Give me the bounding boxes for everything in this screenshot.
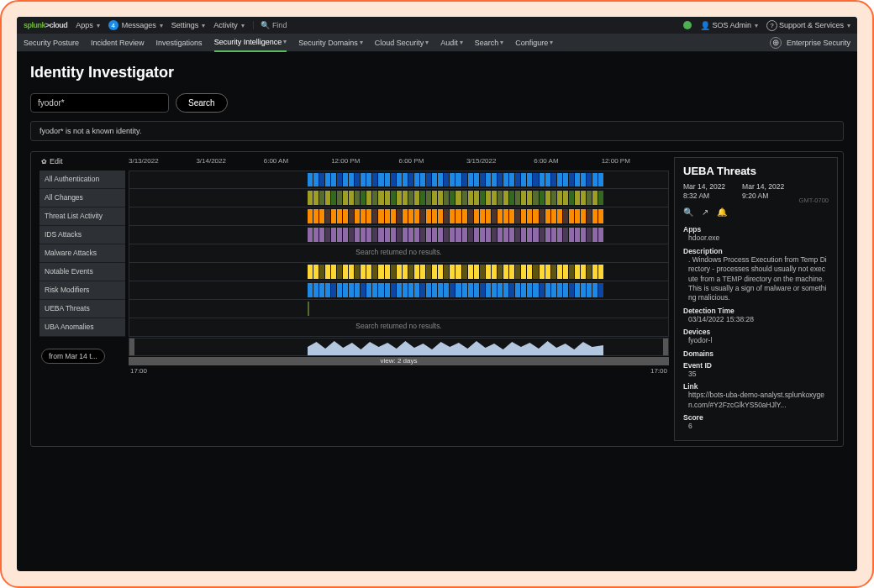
- field-label: Event ID: [683, 361, 829, 370]
- detail-panel: UEBA Threats Mar 14, 20228:32 AM Mar 14,…: [674, 157, 838, 441]
- overview-chart[interactable]: view: 2 days 17:0017:00: [129, 338, 669, 371]
- detail-search-icon[interactable]: 🔍: [683, 207, 693, 217]
- overview-handle-left[interactable]: [129, 339, 134, 355]
- nav-incident-review[interactable]: Incident Review: [91, 39, 145, 47]
- detail-bell-icon[interactable]: 🔔: [717, 207, 727, 217]
- logo: splunk>cloud: [24, 21, 67, 29]
- lane-row[interactable]: [129, 281, 669, 300]
- swimlane-area: Edit 3/13/20223/14/20226:00 AM12:00 PM6:…: [36, 157, 669, 441]
- apps-menu[interactable]: Apps: [76, 21, 100, 29]
- nav-investigations[interactable]: Investigations: [156, 39, 203, 47]
- user-menu[interactable]: SOS Admin: [700, 21, 758, 30]
- field-label: Score: [683, 413, 829, 422]
- field-value: 03/14/2022 15:38:28: [683, 315, 829, 324]
- field-value: fyodor-l: [683, 336, 829, 345]
- lane-label[interactable]: Risk Modifiers: [39, 281, 125, 300]
- lane-label[interactable]: Notable Events: [39, 263, 125, 281]
- target-icon: [770, 37, 782, 49]
- lane-label[interactable]: UEBA Threats: [39, 300, 125, 318]
- global-topbar: splunk>cloud Apps 4Messages Settings Act…: [17, 17, 857, 34]
- identity-search-input[interactable]: [30, 93, 169, 113]
- find-input[interactable]: 🔍Find: [253, 21, 287, 29]
- field-label: Detection Time: [683, 307, 829, 315]
- field-label: Link: [683, 382, 829, 391]
- info-banner: fyodor* is not a known identity.: [30, 121, 844, 141]
- app-name: Enterprise Security: [787, 39, 850, 47]
- field-value: 35: [683, 370, 829, 379]
- field-value: . Windows Process Execution from Temp Di…: [683, 255, 829, 303]
- nav-cloud-security[interactable]: Cloud Security: [375, 39, 429, 47]
- detail-title: UEBA Threats: [683, 165, 829, 177]
- lane-row[interactable]: [129, 263, 669, 281]
- lane-label[interactable]: UBA Anomalies: [39, 318, 125, 337]
- view-range-label: view: 2 days: [129, 357, 669, 365]
- field-label: Description: [683, 247, 829, 255]
- nav-security-domains[interactable]: Security Domains: [298, 39, 363, 47]
- field-value: hdoor.exe: [683, 234, 829, 243]
- nav-search[interactable]: Search: [475, 39, 504, 47]
- timezone-label: GMT-0700: [799, 197, 829, 204]
- activity-menu[interactable]: Activity: [213, 21, 245, 29]
- page-title: Identity Investigator: [30, 64, 844, 81]
- field-value: 6: [683, 422, 829, 431]
- lane-label[interactable]: All Authentication: [39, 171, 125, 189]
- support-menu[interactable]: Support & Services: [766, 20, 850, 31]
- lane-row[interactable]: [129, 207, 669, 226]
- status-indicator-icon: [683, 21, 692, 29]
- time-range-chip[interactable]: from Mar 14 t...: [41, 349, 105, 364]
- overview-handle-right[interactable]: [663, 339, 668, 355]
- lane-row[interactable]: [129, 189, 669, 207]
- edit-button[interactable]: Edit: [41, 157, 63, 165]
- settings-menu[interactable]: Settings: [171, 21, 206, 29]
- app-navbar: Security PostureIncident ReviewInvestiga…: [17, 34, 857, 52]
- nav-configure[interactable]: Configure: [515, 39, 553, 47]
- lane-label[interactable]: IDS Attacks: [39, 226, 125, 244]
- lane-label[interactable]: Malware Attacks: [39, 244, 125, 263]
- nav-security-posture[interactable]: Security Posture: [24, 39, 79, 47]
- field-label: Devices: [683, 328, 829, 336]
- messages-badge: 4: [108, 20, 118, 30]
- investigator-panel: Edit 3/13/20223/14/20226:00 AM12:00 PM6:…: [30, 151, 844, 447]
- nav-audit[interactable]: Audit: [440, 39, 463, 47]
- lane-label[interactable]: All Changes: [39, 189, 125, 207]
- lane-row[interactable]: [129, 171, 669, 189]
- user-icon: [700, 21, 710, 30]
- field-label: Domains: [683, 349, 829, 358]
- search-icon: 🔍: [261, 21, 270, 29]
- messages-menu[interactable]: 4Messages: [108, 20, 163, 30]
- help-icon: [766, 20, 777, 31]
- field-label: Apps: [683, 225, 829, 234]
- search-button[interactable]: Search: [176, 93, 228, 113]
- lane-row[interactable]: [129, 226, 669, 244]
- lane-row[interactable]: Search returned no results.: [129, 318, 669, 337]
- time-axis: 3/13/20223/14/20226:00 AM12:00 PM6:00 PM…: [129, 157, 669, 169]
- lane-label[interactable]: Threat List Activity: [39, 207, 125, 226]
- lane-row[interactable]: Search returned no results.: [129, 244, 669, 263]
- field-value: https://bots-uba-demo-analyst.splunkoxyg…: [683, 391, 829, 410]
- lane-row[interactable]: [129, 300, 669, 318]
- detail-share-icon[interactable]: ↗: [702, 207, 708, 217]
- nav-security-intelligence[interactable]: Security Intelligence: [214, 34, 287, 52]
